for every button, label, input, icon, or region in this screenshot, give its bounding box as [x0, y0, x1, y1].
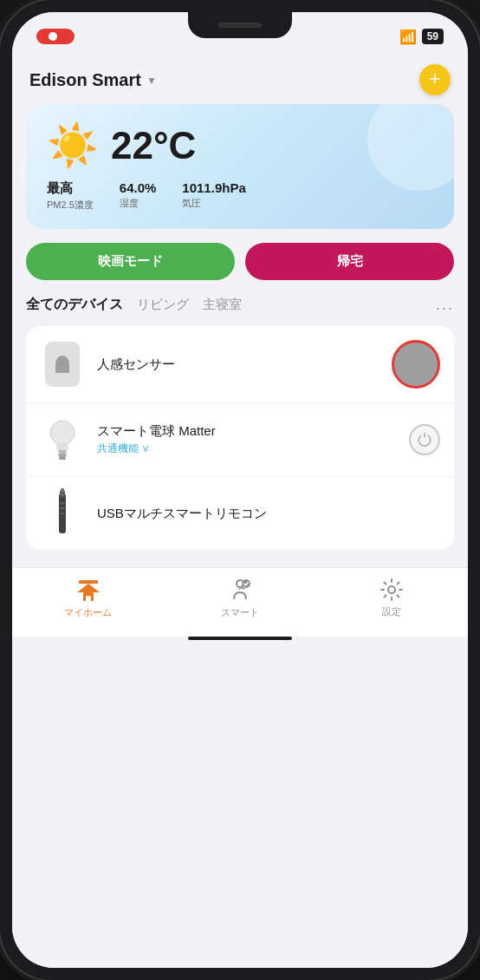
bulb-icon — [47, 417, 78, 462]
svg-rect-7 — [60, 502, 65, 504]
usb-remote-info: USBマルチスマートリモコン — [97, 506, 440, 522]
tab-living[interactable]: リビング — [137, 297, 189, 313]
nav-settings[interactable]: 設定 — [316, 578, 468, 618]
smart-bulb-info: スマート電球 Matter 共通機能 ∨ — [97, 423, 409, 456]
notch — [188, 12, 292, 38]
home-icon — [75, 577, 101, 603]
motion-sensor-toggle[interactable] — [392, 340, 440, 389]
weather-stat-humidity: 64.0% 湿度 — [120, 180, 157, 212]
device-item-smart-bulb: スマート電球 Matter 共通機能 ∨ — [26, 403, 454, 477]
smart-icon — [227, 577, 253, 603]
stat-label-pm25: PM2.5濃度 — [47, 199, 94, 212]
svg-rect-9 — [60, 513, 65, 514]
stat-label-pressure: 気圧 — [182, 197, 245, 210]
add-device-button[interactable]: + — [419, 64, 451, 95]
motion-sensor-info: 人感センサー — [97, 356, 392, 373]
smart-bulb-name: スマート電球 Matter — [97, 423, 409, 440]
svg-rect-13 — [86, 596, 91, 601]
movie-mode-button[interactable]: 映画モード — [26, 243, 235, 280]
home-mode-button[interactable]: 帰宅 — [245, 243, 454, 280]
weather-main: ☀️ 22°C — [47, 121, 433, 170]
weather-stat-pm25: 最高 PM2.5濃度 — [47, 180, 94, 212]
speaker — [218, 23, 262, 28]
status-right: 📶 59 — [399, 29, 444, 45]
svg-marker-11 — [77, 584, 100, 592]
header-chevron-icon: ▼ — [146, 75, 157, 87]
wifi-icon: 📶 — [399, 29, 417, 45]
record-indicator — [36, 29, 75, 44]
motion-sensor-icon — [45, 342, 80, 387]
weather-stat-pressure: 1011.9hPa 気圧 — [182, 180, 245, 212]
phone-frame: 📶 59 Edison Smart ▼ + ☀️ 22°C — [0, 0, 480, 980]
usb-remote-name: USBマルチスマートリモコン — [97, 506, 440, 522]
smart-bulb-sub[interactable]: 共通機能 ∨ — [97, 441, 409, 456]
tab-all-devices[interactable]: 全てのデバイス — [26, 296, 123, 314]
stat-value-pm25: 最高 — [47, 180, 94, 197]
plus-icon: + — [430, 69, 441, 88]
nav-smart[interactable]: スマート — [164, 577, 315, 619]
weather-card: ☀️ 22°C 最高 PM2.5濃度 64.0% 湿度 1011.9hPa 気圧 — [26, 104, 454, 229]
record-dot — [49, 32, 57, 41]
nav-settings-label: 設定 — [382, 605, 401, 618]
stat-value-pressure: 1011.9hPa — [182, 180, 245, 195]
app-content: Edison Smart ▼ + ☀️ 22°C 最高 PM2.5濃度 — [12, 56, 468, 968]
header-title-area[interactable]: Edison Smart ▼ — [29, 70, 157, 90]
nav-myhome[interactable]: マイホーム — [12, 577, 164, 619]
phone-screen: 📶 59 Edison Smart ▼ + ☀️ 22°C — [12, 12, 468, 968]
svg-point-16 — [388, 586, 395, 593]
svg-rect-3 — [59, 457, 66, 460]
home-indicator — [188, 637, 292, 640]
device-list: 人感センサー — [26, 326, 454, 550]
smart-bulb-icon-wrap — [40, 417, 85, 462]
nav-myhome-label: マイホーム — [64, 606, 112, 619]
device-tabs: 全てのデバイス リビング 主寝室 ... — [12, 296, 468, 314]
motion-sensor-name: 人感センサー — [97, 356, 392, 373]
svg-rect-6 — [61, 488, 64, 492]
settings-icon — [379, 578, 404, 602]
tab-bedroom[interactable]: 主寝室 — [203, 297, 242, 313]
nav-smart-label: スマート — [221, 606, 259, 619]
tab-more-button[interactable]: ... — [436, 296, 454, 314]
svg-rect-10 — [79, 580, 98, 584]
weather-stats: 最高 PM2.5濃度 64.0% 湿度 1011.9hPa 気圧 — [47, 180, 433, 212]
mode-buttons: 映画モード 帰宅 — [12, 243, 468, 280]
svg-point-0 — [50, 421, 75, 445]
sun-icon: ☀️ — [47, 121, 99, 170]
svg-rect-2 — [58, 454, 67, 457]
temperature-display: 22°C — [111, 124, 196, 167]
svg-rect-8 — [60, 507, 65, 509]
header: Edison Smart ▼ + — [12, 56, 468, 104]
svg-rect-1 — [58, 450, 67, 454]
svg-point-15 — [242, 579, 250, 588]
stat-label-humidity: 湿度 — [120, 197, 157, 210]
device-item-motion-sensor: 人感センサー — [26, 326, 454, 403]
usb-remote-icon — [53, 487, 72, 540]
stat-value-humidity: 64.0% — [120, 180, 157, 195]
battery-level: 59 — [422, 29, 444, 44]
motion-sensor-icon-wrap — [40, 342, 85, 387]
usb-remote-icon-wrap — [40, 491, 85, 536]
bottom-nav: マイホーム スマート — [12, 567, 468, 637]
smart-bulb-power-button[interactable] — [409, 424, 440, 455]
device-item-usb-remote: USBマルチスマートリモコン — [26, 477, 454, 550]
home-title: Edison Smart — [29, 70, 141, 90]
